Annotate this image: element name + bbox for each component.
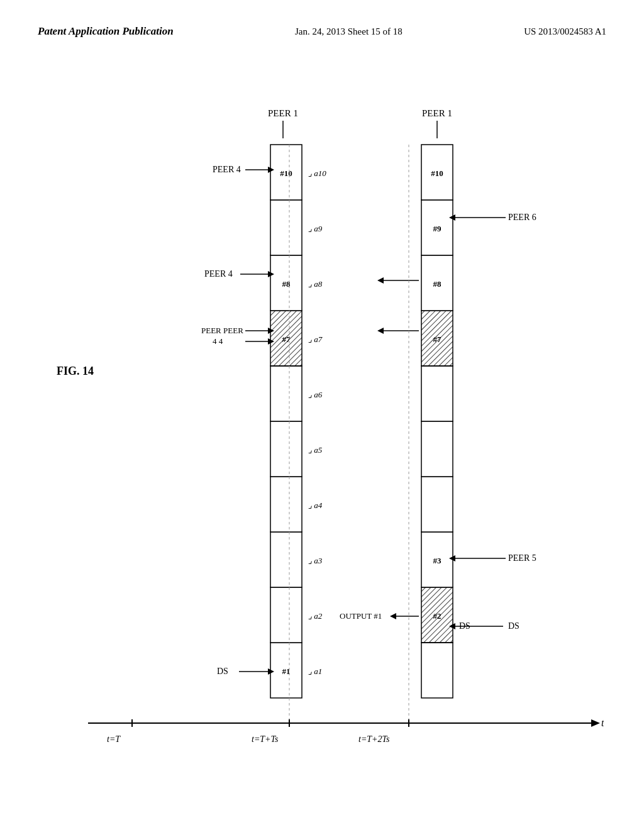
svg-rect-59 <box>421 477 453 532</box>
svg-rect-14 <box>270 532 302 587</box>
svg-rect-22 <box>270 200 302 255</box>
svg-text:⌟ a3: ⌟ a3 <box>308 556 323 565</box>
svg-text:⌟ a7: ⌟ a7 <box>308 335 323 344</box>
svg-text:4     4: 4 4 <box>213 336 223 346</box>
svg-rect-60 <box>421 421 453 477</box>
svg-text:DS: DS <box>508 621 519 631</box>
svg-text:PEER 5: PEER 5 <box>508 553 536 563</box>
svg-rect-61 <box>421 366 453 421</box>
svg-text:PEER 4: PEER 4 <box>213 165 241 174</box>
svg-text:#10: #10 <box>431 169 443 178</box>
svg-text:DS: DS <box>217 667 228 676</box>
svg-text:#8: #8 <box>433 279 442 289</box>
svg-text:⌟ a4: ⌟ a4 <box>308 501 323 510</box>
svg-text:⌟ a6: ⌟ a6 <box>308 390 323 399</box>
svg-text:#3: #3 <box>433 556 442 565</box>
svg-text:PEER PEER: PEER PEER <box>201 326 243 335</box>
svg-text:⌟ a8: ⌟ a8 <box>308 279 323 289</box>
svg-text:PEER 1: PEER 1 <box>268 108 298 118</box>
svg-text:⌟ a10: ⌟ a10 <box>308 169 326 178</box>
svg-text:t=T: t=T <box>107 734 121 744</box>
svg-rect-15 <box>270 477 302 532</box>
page-header: Patent Application Publication Jan. 24, … <box>0 25 644 38</box>
svg-text:⌟ a1: ⌟ a1 <box>308 667 322 676</box>
publication-date: Jan. 24, 2013 Sheet 15 of 18 <box>295 26 402 37</box>
svg-rect-17 <box>270 366 302 421</box>
svg-rect-54 <box>421 643 453 698</box>
svg-marker-72 <box>390 613 396 619</box>
svg-text:⌟ a9: ⌟ a9 <box>308 224 323 233</box>
svg-rect-16 <box>270 421 302 477</box>
publication-number: US 2013/0024583 A1 <box>524 26 606 37</box>
svg-text:#2: #2 <box>433 611 441 621</box>
svg-text:t=T+Ts: t=T+Ts <box>252 734 279 744</box>
svg-marker-1 <box>591 719 600 727</box>
diagram: t t=T t=T+Ts t=T+2Ts PEER 1 #1 #7 #8 #10 <box>50 82 604 773</box>
svg-text:⌟ a2: ⌟ a2 <box>308 611 323 621</box>
svg-text:t: t <box>601 717 604 728</box>
publication-title: Patent Application Publication <box>38 25 174 38</box>
svg-text:#9: #9 <box>433 224 442 233</box>
svg-text:#7: #7 <box>433 335 442 344</box>
svg-rect-13 <box>270 587 302 643</box>
svg-marker-85 <box>377 328 384 334</box>
svg-text:t=T+2Ts: t=T+2Ts <box>358 734 390 744</box>
svg-text:PEER 6: PEER 6 <box>508 213 536 222</box>
svg-text:#10: #10 <box>280 169 292 178</box>
svg-text:⌟ a5: ⌟ a5 <box>308 445 323 455</box>
svg-text:OUTPUT #1: OUTPUT #1 <box>340 611 382 621</box>
svg-text:PEER 4: PEER 4 <box>204 269 233 279</box>
svg-text:PEER 1: PEER 1 <box>422 108 452 118</box>
svg-marker-87 <box>377 277 384 284</box>
